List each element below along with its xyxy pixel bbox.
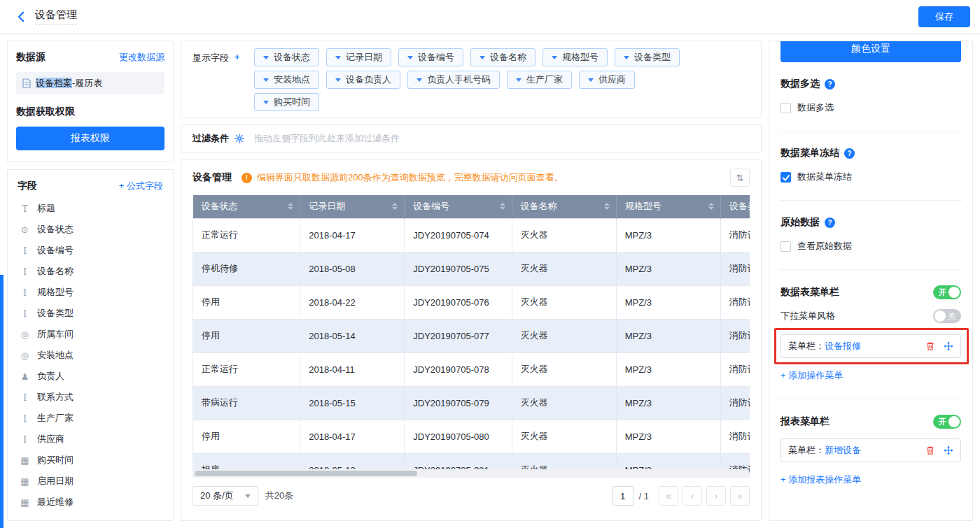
horizontal-scrollbar-thumb[interactable] [195,471,417,476]
prev-page-button[interactable]: ‹ [682,486,702,506]
table-sort-button[interactable]: ⇅ [730,169,750,187]
menu-freeze-checkbox-row[interactable]: 数据菜单冻结 [780,171,961,183]
field-list-item[interactable]: ▦ 最近维修 [15,492,166,513]
next-page-button[interactable]: › [706,486,726,506]
sort-arrows-icon[interactable] [500,203,505,210]
horizontal-scrollbar[interactable] [192,469,750,478]
field-list-item[interactable]: I 生产厂家 [15,408,166,429]
field-list-item[interactable]: ♟ 负责人 [15,366,166,387]
display-field-chip[interactable]: 负责人手机号码 [407,71,500,89]
cell-device-name: 灭火器 [512,420,616,453]
field-label: 设备名称 [37,265,74,278]
change-datasource-link[interactable]: 更改数据源 [119,51,164,64]
datasource-name: 设备档案-履历表 [36,77,102,90]
datasource-item[interactable]: 设备档案-履历表 [16,72,164,94]
color-settings-button[interactable]: 颜色设置 [780,41,961,62]
field-list-item[interactable]: ▦ 启用日期 [15,471,166,492]
help-icon[interactable]: ? [825,217,835,228]
sort-arrows-icon[interactable] [604,203,610,210]
table-row[interactable]: 正常运行 2018-04-11 JDY20190705-078 灭火器 MPZ/… [193,352,750,386]
delete-menu-button[interactable] [925,445,935,455]
checkbox-checked-icon[interactable] [780,172,791,183]
table-column-header[interactable]: 设备类型 [720,195,750,218]
table-column-header[interactable]: 记录日期 [300,195,405,218]
dropdown-style-toggle[interactable]: 关 [933,309,961,323]
sort-arrows-icon[interactable] [392,203,398,210]
display-field-chip[interactable]: 设备名称 [470,48,536,66]
menu-item-row[interactable]: 菜单栏： 设备报修 [780,334,961,358]
save-button[interactable]: 保存 [918,6,970,27]
current-page-input[interactable]: 1 [612,486,634,506]
cell-status: 正常运行 [193,352,300,386]
text-field-icon: I [19,413,31,424]
table-row[interactable]: 停用 2018-04-17 JDY20190705-080 灭火器 MPZ/3 … [193,420,750,453]
field-list-item[interactable]: I 设备名称 [15,261,166,282]
display-field-chip[interactable]: 规格型号 [542,48,608,66]
display-field-chip[interactable]: 记录日期 [326,48,391,66]
trash-icon [925,445,935,455]
cell-device-name: 灭火器 [512,218,616,252]
table-row[interactable]: 停机待修 2018-05-08 JDY20190705-075 灭火器 MPZ/… [193,252,750,285]
formula-field-link[interactable]: + 公式字段 [119,180,163,192]
report-permission-button[interactable]: 报表权限 [16,127,164,150]
fields-title: 字段 [18,180,37,192]
chip-label: 设备负责人 [346,73,391,86]
gear-icon[interactable] [234,134,244,143]
field-list-item[interactable]: T 标题 [15,198,166,219]
field-list-item[interactable]: I 联系方式 [15,387,166,408]
last-page-button[interactable]: » [730,486,750,506]
filter-section[interactable]: 过滤条件 拖动左侧字段到此处来添加过滤条件 [181,124,762,152]
display-field-chip[interactable]: 设备编号 [398,48,463,66]
menu-item-name[interactable]: 新增设备 [825,444,861,457]
first-page-button[interactable]: « [659,486,678,506]
page-size-select[interactable]: 20 条/页 [192,486,258,506]
table-menu-toggle[interactable]: 开 [933,285,961,299]
text-field-icon: I [19,392,31,403]
table-column-header[interactable]: 规格型号 [616,195,720,218]
field-list-item[interactable]: ◎ 所属车间 [15,324,166,345]
table-column-header[interactable]: 设备编号 [405,195,512,218]
field-list-item[interactable]: I 规格型号 [15,282,166,303]
delete-menu-button[interactable] [925,341,935,351]
add-display-field-button[interactable]: + [234,52,240,115]
sort-arrows-icon[interactable] [288,203,293,210]
report-menu-toggle[interactable]: 开 [933,415,961,429]
display-field-chip[interactable]: 生产厂家 [507,71,572,89]
raw-data-checkbox-row[interactable]: 查看原始数据 [780,240,961,252]
table-row[interactable]: 带病运行 2018-05-15 JDY20190705-079 灭火器 MPZ/… [193,386,750,420]
display-field-chip[interactable]: 安装地点 [254,71,319,89]
checkbox-unchecked-icon[interactable] [780,241,791,252]
menu-item-name[interactable]: 设备报修 [825,340,861,352]
add-action-menu-link[interactable]: + 添加操作菜单 [780,370,843,380]
help-icon[interactable]: ? [844,148,855,159]
field-list-item[interactable]: ⊙ 设备状态 [15,219,166,240]
multi-select-checkbox-row[interactable]: 数据多选 [780,101,961,114]
table-column-header[interactable]: 设备状态 [193,195,300,218]
add-report-menu-link[interactable]: + 添加报表操作菜单 [780,474,861,485]
field-list-item[interactable]: ▦ 购买时间 [15,450,166,471]
left-edge-scrollbar[interactable] [0,275,4,528]
sort-arrows-icon[interactable] [708,203,714,210]
table-row[interactable]: 停用 2018-04-22 JDY20190705-076 灭火器 MPZ/3 … [193,285,750,319]
menu-item-row[interactable]: 菜单栏： 新增设备 [780,438,961,462]
display-field-chip[interactable]: 设备状态 [254,48,319,66]
page-title[interactable]: 设备管理 [35,8,77,24]
display-field-chip[interactable]: 设备类型 [615,48,680,66]
display-field-chip[interactable]: 供应商 [579,71,635,89]
field-list-item[interactable]: ◎ 安装地点 [15,345,166,366]
table-column-header[interactable]: 设备名称 [512,195,616,218]
drag-move-handle[interactable] [944,341,953,351]
help-icon[interactable]: ? [825,79,835,90]
field-list-item[interactable]: I 设备类型 [15,303,166,324]
table-row[interactable]: 正常运行 2018-04-17 JDY20190705-074 灭火器 MPZ/… [193,218,750,252]
table-row[interactable]: 停用 2018-05-14 JDY20190705-077 灭火器 MPZ/3 … [193,319,750,352]
drag-move-handle[interactable] [944,445,953,455]
field-list-item[interactable]: I 供应商 [15,429,166,450]
display-field-chip[interactable]: 设备负责人 [326,71,400,89]
back-button[interactable] [15,10,28,23]
field-list-item[interactable]: I 设备编号 [15,240,166,261]
display-field-chip[interactable]: 购买时间 [254,93,319,111]
move-icon [944,445,953,455]
checkbox-unchecked-icon[interactable] [780,103,791,113]
date-field-icon: ▦ [19,497,31,508]
